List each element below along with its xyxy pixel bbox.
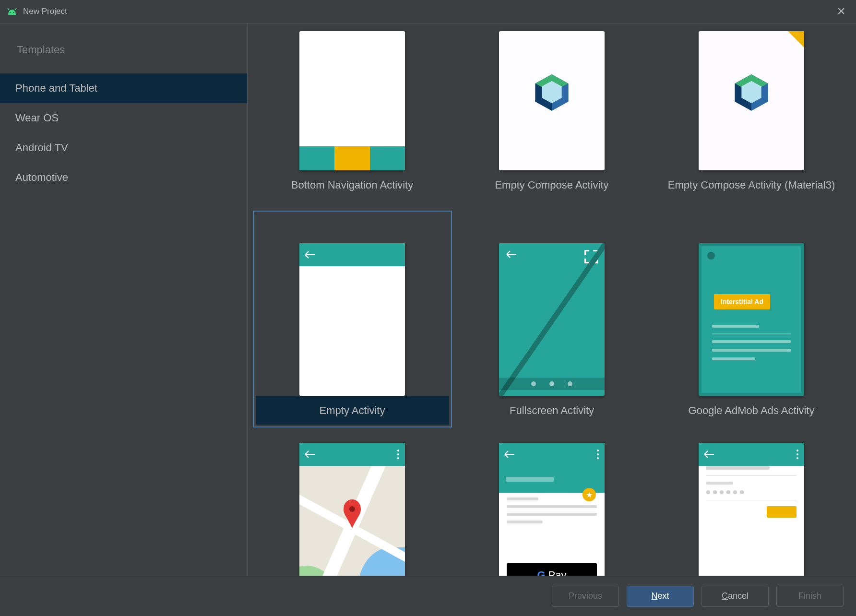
template-label: Empty Activity (256, 396, 449, 425)
template-bottom-navigation-activity[interactable]: Bottom Navigation Activity (253, 24, 452, 202)
sidebar-item-label: Wear OS (15, 112, 59, 124)
appbar-icon (499, 443, 605, 466)
map-preview-icon (299, 466, 405, 576)
appbar-icon (299, 243, 405, 266)
window-title: New Project (23, 7, 67, 16)
submit-chip-icon (767, 506, 797, 518)
template-thumbnail (499, 243, 605, 396)
template-label: Fullscreen Activity (455, 396, 649, 425)
template-google-admob-ads-activity[interactable]: Interstitial Ad Google AdMob Ads Activit… (652, 211, 851, 427)
template-thumbnail (299, 243, 405, 396)
back-arrow-icon (505, 454, 514, 455)
svg-point-2 (10, 12, 11, 13)
back-arrow-icon (305, 254, 315, 255)
sidebar-item-wear-os[interactable]: Wear OS (0, 103, 247, 133)
svg-line-0 (8, 8, 9, 10)
template-empty-activity[interactable]: Empty Activity (253, 211, 452, 427)
appbar-icon (299, 443, 405, 466)
compose-hex-icon (731, 72, 772, 113)
button-label: Finish (798, 591, 821, 601)
template-label: Empty Compose Activity (Material3) (655, 170, 848, 199)
svg-line-1 (15, 8, 16, 10)
diagonal-divider-icon (499, 243, 605, 396)
svg-point-3 (13, 12, 14, 13)
appbar-icon (699, 443, 804, 466)
template-thumbnail (299, 443, 405, 576)
status-dot-icon (707, 252, 715, 260)
template-empty-compose-activity[interactable]: Empty Compose Activity (452, 24, 652, 202)
template-thumbnail (299, 31, 405, 170)
google-pay-button-icon: G Pay (507, 563, 597, 576)
back-arrow-icon (305, 454, 315, 455)
template-gallery: Bottom Navigation Activity (248, 24, 856, 576)
template-empty-compose-activity-material3[interactable]: Empty Compose Activity (Material3) (652, 24, 851, 202)
overflow-menu-icon (597, 450, 599, 459)
button-label: Next (651, 591, 669, 601)
overflow-menu-icon (797, 450, 798, 459)
compose-hex-icon (531, 72, 572, 113)
sidebar-item-automotive[interactable]: Automotive (0, 163, 247, 192)
template-fullscreen-activity[interactable]: Fullscreen Activity (452, 211, 652, 427)
finish-button[interactable]: Finish (776, 586, 844, 607)
template-google-maps-activity[interactable] (253, 436, 452, 576)
template-categories-sidebar: Templates Phone and Tablet Wear OS Andro… (0, 24, 248, 576)
template-google-pay-activity[interactable]: ★ G Pay (452, 436, 652, 576)
template-thumbnail (499, 31, 605, 170)
android-icon (7, 8, 17, 15)
template-thumbnail (699, 31, 804, 170)
template-thumbnail (699, 443, 804, 576)
wizard-footer: Previous Next Cancel Finish (0, 576, 856, 616)
template-label: Google AdMob Ads Activity (655, 396, 848, 425)
interstitial-ad-badge: Interstitial Ad (714, 294, 770, 309)
template-login-activity[interactable] (652, 436, 851, 576)
previous-button[interactable]: Previous (552, 586, 619, 607)
next-button[interactable]: Next (627, 586, 694, 607)
template-label: Bottom Navigation Activity (256, 170, 449, 199)
sidebar-item-android-tv[interactable]: Android TV (0, 133, 247, 163)
overflow-menu-icon (397, 450, 399, 459)
form-preview-icon (706, 466, 797, 576)
cancel-button[interactable]: Cancel (701, 586, 769, 607)
sidebar-item-phone-tablet[interactable]: Phone and Tablet (0, 73, 247, 103)
new-project-wizard: New Project ✕ Templates Phone and Tablet… (0, 0, 856, 616)
pager-dots-icon (499, 378, 605, 390)
gpay-text: Pay (548, 569, 567, 576)
sidebar-item-label: Automotive (15, 171, 68, 183)
titlebar: New Project ✕ (0, 0, 856, 24)
template-thumbnail: Interstitial Ad (699, 243, 804, 396)
back-arrow-icon (704, 454, 714, 455)
sidebar-heading: Templates (0, 44, 247, 73)
material3-badge-icon (788, 31, 804, 47)
template-label: Empty Compose Activity (455, 170, 649, 199)
template-thumbnail: ★ G Pay (499, 443, 605, 576)
close-icon[interactable]: ✕ (833, 4, 849, 19)
placeholder-lines-icon (712, 325, 791, 360)
sidebar-item-label: Phone and Tablet (15, 82, 97, 94)
sidebar-item-label: Android TV (15, 142, 68, 154)
svg-point-15 (349, 506, 355, 512)
button-label: Previous (569, 591, 602, 601)
bottom-nav-icon (299, 146, 405, 170)
button-label: Cancel (722, 591, 749, 601)
